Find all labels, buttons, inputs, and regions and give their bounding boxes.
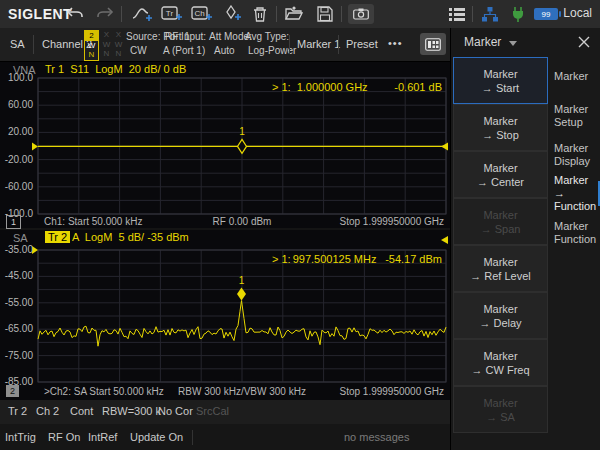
trash-icon[interactable]	[249, 4, 271, 24]
battery-icon: 99	[534, 8, 558, 20]
open-icon[interactable]	[283, 4, 305, 24]
source-field-value[interactable]: CW	[130, 45, 147, 56]
trace-arrow-right	[441, 142, 448, 150]
svg-text:Tr: Tr	[166, 9, 174, 18]
save-icon[interactable]	[314, 4, 336, 24]
layout-grid-button[interactable]	[420, 33, 446, 55]
vna-stop-freq: Stop 1.999950000 GHz	[339, 216, 444, 227]
sa-marker-readout: > 1: 997.500125 MHz -54.17 dBm	[272, 253, 442, 265]
menu-item-marker-display[interactable]: Marker Display	[549, 135, 600, 174]
toolbar-separator	[338, 35, 339, 54]
add-marker-icon[interactable]	[222, 4, 244, 24]
status-rf: RF On	[48, 431, 80, 443]
sa-active-trace-badge[interactable]: Tr 2	[45, 231, 70, 243]
marker-frequency: 997.500125 MHz	[293, 253, 377, 265]
toolbar-separator	[289, 35, 290, 54]
grid-lines	[38, 250, 446, 382]
close-icon[interactable]	[577, 35, 591, 49]
power-plug-icon	[507, 4, 529, 24]
vna-start-freq: Ch1: Start 50.000 kHz	[44, 216, 142, 227]
vna-y-tick: -20.00	[0, 154, 33, 165]
marker-to-delay-button[interactable]: Marker→ Delay	[453, 292, 548, 339]
toolbar-separator	[341, 6, 342, 22]
svg-text:Ch: Ch	[194, 9, 204, 18]
vna-y-tick: 100.0	[0, 72, 33, 83]
network-icon	[479, 4, 501, 24]
sa-y-tick: -65.00	[0, 323, 33, 334]
vna-y-tick: -60.00	[0, 181, 33, 192]
siglent-logo: SIGLENT	[8, 6, 72, 22]
local-button[interactable]: Local	[563, 6, 592, 20]
marker-to-cw-freq-button[interactable]: Marker→ CW Freq	[453, 339, 548, 386]
sa-y-tick: -45.00	[0, 270, 33, 281]
menu-item-marker-setup[interactable]: Marker Setup	[549, 96, 600, 135]
vna-marker-readout: > 1: 1.000000 GHz -0.601 dB	[272, 81, 442, 93]
marker-to-start-button[interactable]: Marker→ Start	[453, 57, 548, 104]
channel-state-cell: X	[112, 30, 125, 40]
channel-state-cell: 2	[85, 31, 98, 41]
rf-input-field-label: RF Input:	[165, 31, 206, 42]
status-rbw: RBW=300 k	[102, 405, 161, 417]
marker-1-label: 1	[239, 126, 245, 137]
message-area: no messages	[344, 431, 409, 443]
marker-frequency: 1.000000 GHz	[297, 81, 368, 93]
instrument-window: SIGLENT Tr Ch	[0, 0, 600, 450]
sa-y-tick: -55.00	[0, 297, 33, 308]
menu-list-icon[interactable]	[446, 4, 468, 24]
add-ch-icon[interactable]: Ch	[191, 4, 213, 24]
sidebar-header: Marker	[451, 28, 600, 57]
ref-level-arrow-left	[32, 142, 38, 150]
preset-button[interactable]: Preset	[346, 38, 378, 50]
marker-1-diamond[interactable]	[238, 139, 247, 153]
vna-y-tick: 60.00	[0, 99, 33, 110]
add-trace-curve-icon[interactable]	[131, 4, 153, 24]
sa-y-tick: -75.00	[0, 350, 33, 361]
marker-1-label: 1	[239, 275, 245, 286]
channel-state-cell: N	[85, 50, 98, 60]
vna-trace-header[interactable]: Tr 1 S11 LogM 20 dB/ 0 dB	[45, 63, 186, 75]
status-sweep: Cont	[70, 405, 93, 417]
marker-id: > 1:	[272, 81, 291, 93]
marker-to-stop-button[interactable]: Marker→ Stop	[453, 104, 548, 151]
status-ref: IntRef	[88, 431, 117, 443]
rf-input-field-value[interactable]: A (Port 1)	[163, 45, 205, 56]
redo-icon[interactable]	[94, 4, 116, 24]
more-button[interactable]: •••	[388, 37, 403, 49]
battery-level: 99	[542, 10, 551, 19]
sa-stop-freq: Stop 1.999950000 GHz	[339, 386, 444, 397]
toolbar-separator	[472, 6, 473, 22]
sa-y-tick: -35.00	[0, 244, 33, 255]
camera-icon[interactable]	[348, 4, 374, 24]
status-srccal: SrcCal	[196, 405, 229, 417]
add-tr-icon[interactable]: Tr	[161, 4, 183, 24]
undo-icon[interactable]	[64, 4, 86, 24]
marker-value: -54.17 dBm	[385, 253, 442, 265]
top-toolbar: SIGLENT Tr Ch	[0, 0, 600, 28]
toolbar-separator	[33, 35, 34, 54]
channel-state-col[interactable]: X W N	[112, 30, 125, 59]
marker-to-center-button[interactable]: Marker→ Center	[453, 151, 548, 198]
menu-item-marker-function[interactable]: Marker Function	[549, 213, 600, 252]
marker-1-button[interactable]: Marker 1	[297, 38, 340, 50]
marker-value: -0.601 dB	[394, 81, 442, 93]
sa-panel-label: SA	[13, 232, 28, 244]
sa-start-freq: >Ch2: SA Start 50.000 kHz	[44, 386, 164, 397]
channel-state-cell: W	[112, 40, 125, 50]
channel-state-cell: N	[112, 49, 125, 59]
status-separator	[192, 430, 193, 445]
channel-number-badge: 1	[6, 215, 21, 229]
sa-mode-button[interactable]: SA	[10, 38, 25, 50]
status-update: Update On	[130, 431, 183, 443]
channel-state-active[interactable]: 2 W N	[84, 30, 99, 61]
marker-id: > 1:	[272, 253, 291, 265]
marker-to-ref-level-button[interactable]: Marker→ Ref Level	[453, 245, 548, 292]
status-correction: No Cor	[158, 405, 193, 417]
channel-state-cell: W	[85, 41, 98, 51]
sidebar-title[interactable]: Marker	[464, 35, 501, 49]
menu-item-marker[interactable]: Marker	[549, 57, 600, 96]
sa-trace-header[interactable]: A LogM 5 dB/ -35 dBm	[72, 231, 189, 243]
chevron-down-icon[interactable]	[509, 41, 517, 46]
channel-number-badge: 2	[6, 385, 19, 397]
att-mode-field-value[interactable]: Auto	[214, 45, 235, 56]
menu-item-marker-function-arrow[interactable]: Marker → Function	[549, 174, 600, 213]
